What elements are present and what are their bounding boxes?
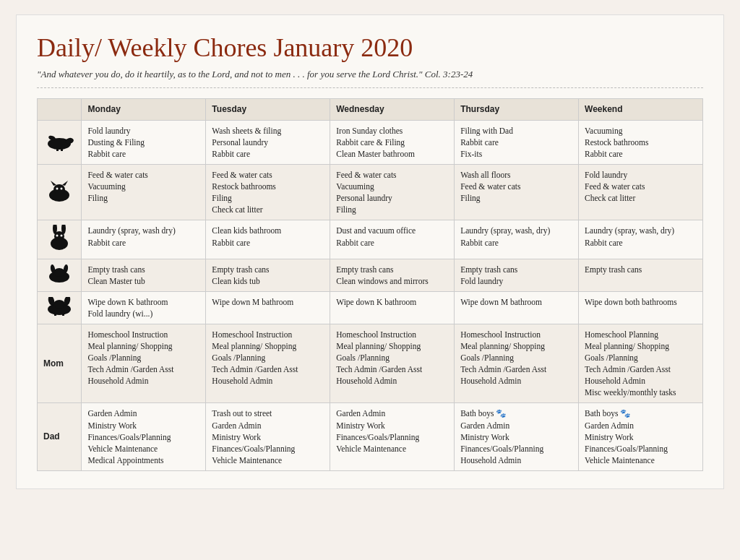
header-thursday: Thursday — [455, 99, 579, 121]
svg-marker-7 — [51, 181, 56, 186]
cell-wednesday-row4: Wipe down K bathroom — [330, 291, 455, 324]
cell-tuesday-row3: Empty trash cansClean kids tub — [206, 259, 330, 291]
cell-weekend-row0: VacuumingRestock bathroomsRabbit care — [579, 120, 703, 164]
dad-row: Dad — [38, 403, 82, 470]
page-container: Daily/ Weekly Chores January 2020 "And w… — [16, 14, 724, 489]
table-row: DadGarden AdminMinistry WorkFinances/Goa… — [38, 403, 703, 470]
table-row: Laundry (spray, wash dry)Rabbit careClea… — [38, 220, 703, 259]
cell-weekend-row5: Homeschool PlanningMeal planning/ Shoppi… — [579, 324, 703, 403]
cell-monday-row2: Laundry (spray, wash dry)Rabbit care — [82, 220, 206, 259]
pet-chore-icon-3 — [38, 220, 82, 259]
cell-weekend-row1: Fold laundryFeed & water catsCheck cat l… — [579, 165, 703, 220]
cell-monday-row5: Homeschool InstructionMeal planning/ Sho… — [82, 324, 206, 403]
svg-marker-8 — [62, 181, 68, 186]
cell-tuesday-row5: Homeschool InstructionMeal planning/ Sho… — [206, 324, 330, 403]
svg-point-22 — [53, 300, 65, 309]
bathroom-chore-icon — [38, 291, 82, 324]
svg-point-9 — [56, 188, 59, 190]
header-icon-col — [38, 99, 82, 121]
chores-table: Monday Tuesday Wednesday Thursday Weeken… — [37, 98, 703, 471]
header-wednesday: Wednesday — [330, 99, 455, 121]
cell-weekend-row3: Empty trash cans — [579, 259, 703, 291]
table-row: Feed & water catsVacuumingFilingFeed & w… — [38, 165, 703, 220]
svg-rect-3 — [56, 148, 59, 151]
cell-tuesday-row2: Clean kids bathroomRabbit care — [206, 220, 330, 259]
cell-wednesday-row3: Empty trash cansClean windows and mirror… — [330, 259, 455, 291]
cell-monday-row0: Fold laundryDusting & FilingRabbit care — [82, 120, 206, 164]
cell-tuesday-row4: Wipe down M bathroom — [206, 291, 330, 324]
mom-row: Mom — [38, 324, 82, 403]
cell-thursday-row2: Laundry (spray, wash, dry)Rabbit care — [455, 220, 579, 259]
svg-point-16 — [61, 235, 63, 237]
cell-wednesday-row0: Iron Sunday clothesRabbit care & FilingC… — [330, 120, 455, 164]
cell-tuesday-row6: Trash out to streetGarden AdminMinistry … — [206, 403, 330, 470]
cell-thursday-row4: Wipe down M bathroom — [455, 291, 579, 324]
cell-thursday-row5: Homeschool InstructionMeal planning/ Sho… — [455, 324, 579, 403]
svg-point-10 — [61, 188, 63, 190]
svg-rect-4 — [61, 148, 63, 151]
bible-quote: "And whatever you do, do it heartily, as… — [37, 69, 703, 88]
table-row: Fold laundryDusting & FilingRabbit careW… — [38, 120, 703, 164]
header-monday: Monday — [82, 99, 206, 121]
cell-wednesday-row5: Homeschool InstructionMeal planning/ Sho… — [330, 324, 455, 403]
page-title: Daily/ Weekly Chores January 2020 — [37, 33, 703, 63]
header-tuesday: Tuesday — [206, 99, 330, 121]
cell-thursday-row1: Wash all floorsFeed & water catsFiling — [455, 165, 579, 220]
trash-chore-icon — [38, 259, 82, 291]
cell-thursday-row6: Bath boys 🐾Garden AdminMinistry WorkFina… — [455, 403, 579, 470]
table-row: Wipe down K bathroomFold laundry (wi...)… — [38, 291, 703, 324]
cell-monday-row6: Garden AdminMinistry WorkFinances/Goals/… — [82, 403, 206, 470]
cell-monday-row3: Empty trash cansClean Master tub — [82, 259, 206, 291]
cell-monday-row1: Feed & water catsVacuumingFiling — [82, 165, 206, 220]
pet-chore-icon-2 — [38, 165, 82, 220]
cell-thursday-row3: Empty trash cansFold laundry — [455, 259, 579, 291]
cell-tuesday-row0: Wash sheets & filingPersonal laundryRabb… — [206, 120, 330, 164]
svg-point-15 — [56, 235, 59, 237]
cell-wednesday-row6: Garden AdminMinistry WorkFinances/Goals/… — [330, 403, 455, 470]
svg-rect-25 — [54, 313, 56, 316]
cell-wednesday-row1: Feed & water catsVacuumingPersonal laund… — [330, 165, 455, 220]
cell-wednesday-row2: Dust and vacuum officeRabbit care — [330, 220, 455, 259]
cell-weekend-row4: Wipe down both bathrooms — [579, 291, 703, 324]
table-row: Empty trash cansClean Master tubEmpty tr… — [38, 259, 703, 291]
cell-thursday-row0: Filing with DadRabbit careFix-its — [455, 120, 579, 164]
svg-point-6 — [53, 184, 65, 194]
cell-monday-row4: Wipe down K bathroomFold laundry (wi...) — [82, 291, 206, 324]
table-row: MomHomeschool InstructionMeal planning/ … — [38, 324, 703, 403]
cell-weekend-row2: Laundry (spray, wash, dry)Rabbit care — [579, 220, 703, 259]
cell-tuesday-row1: Feed & water catsRestock bathroomsFiling… — [206, 165, 330, 220]
svg-point-18 — [53, 268, 65, 277]
cell-weekend-row6: Bath boys 🐾Garden AdminMinistry WorkFina… — [579, 403, 703, 470]
header-weekend: Weekend — [579, 99, 703, 121]
svg-rect-26 — [62, 313, 64, 316]
pet-chore-icon-1 — [38, 120, 82, 164]
